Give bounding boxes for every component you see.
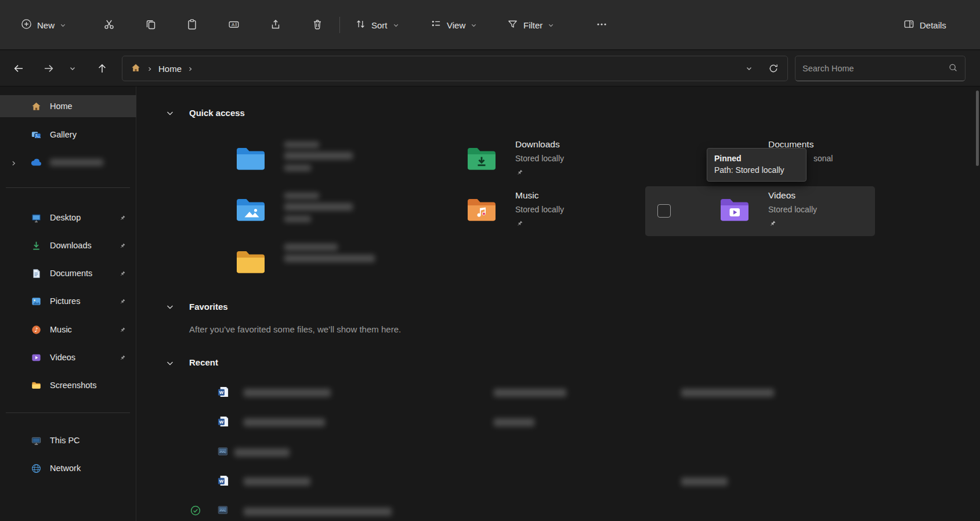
redacted-text	[244, 389, 331, 397]
recent-file-row[interactable]: W	[217, 475, 797, 489]
home-breadcrumb-icon	[131, 63, 141, 75]
collapse-chevron-icon[interactable]	[165, 108, 175, 118]
cut-button[interactable]	[96, 12, 122, 38]
tile-subtitle: Stored locally	[768, 205, 817, 214]
breadcrumb-home[interactable]: Home	[158, 64, 182, 74]
sort-button[interactable]: Sort	[348, 12, 406, 38]
chevron-right-icon[interactable]	[10, 159, 17, 168]
arrow-right-icon	[43, 63, 55, 74]
sidebar-item-gallery[interactable]: Gallery	[0, 124, 136, 146]
tooltip-title: Pinned	[714, 153, 799, 164]
share-icon	[270, 19, 281, 32]
back-button[interactable]	[6, 56, 31, 81]
filter-button[interactable]: Filter	[500, 12, 561, 38]
scrollbar-thumb[interactable]	[976, 91, 979, 166]
redacted-text	[244, 418, 325, 426]
recent-file-row[interactable]: W	[217, 415, 797, 429]
pin-icon	[119, 354, 126, 361]
scrollbar[interactable]	[976, 88, 979, 519]
pin-icon	[119, 270, 126, 277]
recent-file-row[interactable]	[217, 446, 797, 460]
chevron-down-icon	[746, 65, 753, 72]
copy-button[interactable]	[138, 12, 164, 38]
quick-access-tile[interactable]	[234, 194, 455, 239]
paste-icon	[186, 19, 198, 32]
sidebar-item-desktop[interactable]: Desktop	[0, 207, 136, 229]
sidebar-item-music[interactable]: ♪ Music	[0, 319, 136, 341]
collapse-chevron-icon[interactable]	[165, 302, 175, 312]
gallery-icon	[30, 129, 42, 140]
redacted-text	[50, 159, 103, 166]
new-button[interactable]: New	[14, 12, 73, 38]
delete-button[interactable]	[305, 12, 330, 38]
sidebar-item-label: This PC	[50, 436, 80, 445]
filter-button-label: Filter	[523, 20, 543, 30]
documents-icon	[30, 267, 42, 279]
svg-text:♪: ♪	[34, 326, 38, 333]
svg-text:A: A	[232, 22, 235, 27]
rename-button[interactable]: A	[221, 12, 247, 38]
redacted-text	[494, 418, 534, 426]
quick-access-tile-videos[interactable]: Videos Stored locally	[718, 194, 939, 239]
forward-button[interactable]	[36, 56, 62, 81]
details-button[interactable]: Details	[896, 12, 953, 38]
sidebar-item-pictures[interactable]: Pictures	[0, 290, 136, 312]
sidebar-item-documents[interactable]: Documents	[0, 262, 136, 284]
quick-access-tile-downloads[interactable]: Downloads Stored locally	[465, 143, 686, 188]
collapse-chevron-icon[interactable]	[165, 359, 175, 368]
onedrive-icon	[30, 157, 42, 168]
pin-icon	[119, 326, 126, 333]
pin-icon	[769, 219, 776, 227]
music-icon: ♪	[30, 324, 42, 335]
sidebar-item-label: Network	[50, 464, 81, 473]
sidebar-item-home[interactable]: Home	[0, 95, 136, 117]
redacted-text	[494, 389, 566, 397]
sort-button-label: Sort	[371, 20, 388, 30]
pictures-folder-icon	[234, 194, 267, 229]
details-button-label: Details	[920, 20, 946, 30]
videos-folder-icon	[718, 194, 751, 229]
sidebar-item-videos[interactable]: Videos	[0, 346, 136, 368]
sidebar-item-this-pc[interactable]: This PC	[0, 429, 136, 451]
search-input[interactable]	[802, 64, 948, 73]
redacted-text	[284, 165, 311, 171]
sidebar-divider	[6, 413, 130, 413]
section-title-recent[interactable]: Recent	[189, 357, 218, 367]
sidebar-item-label: Home	[50, 102, 73, 111]
view-button[interactable]: View	[424, 12, 484, 38]
tile-title: Videos	[768, 190, 795, 201]
share-button[interactable]	[263, 12, 288, 38]
section-title-quick-access[interactable]: Quick access	[189, 108, 245, 118]
tooltip: Pinned Path: Stored locally	[707, 148, 807, 182]
quick-access-tile[interactable]	[234, 246, 455, 291]
redacted-text	[244, 477, 310, 486]
up-button[interactable]	[89, 56, 115, 81]
recent-locations-button[interactable]	[62, 56, 83, 81]
details-pane-icon	[903, 19, 914, 31]
redacted-text	[284, 255, 375, 262]
recent-file-row[interactable]	[190, 504, 771, 518]
sidebar-item-label: Music	[50, 325, 72, 334]
word-file-icon: W	[217, 386, 229, 400]
address-dropdown-button[interactable]	[739, 59, 760, 78]
view-icon	[431, 19, 442, 31]
recent-file-row[interactable]: W	[217, 386, 797, 400]
sidebar-item-screenshots[interactable]: Screenshots	[0, 374, 136, 396]
address-bar[interactable]: Home	[122, 56, 788, 81]
quick-access-tile-music[interactable]: Music Stored locally	[465, 194, 686, 239]
sidebar-item-network[interactable]: Network	[0, 457, 136, 479]
refresh-button[interactable]	[763, 59, 784, 78]
sidebar-item-onedrive[interactable]	[0, 151, 136, 173]
quick-access-tile[interactable]	[234, 143, 455, 188]
search-icon[interactable]	[948, 63, 958, 75]
sidebar-item-downloads[interactable]: Downloads	[0, 234, 136, 256]
pin-icon	[516, 168, 523, 176]
sidebar-item-label: Downloads	[50, 241, 92, 250]
section-title-favorites[interactable]: Favorites	[189, 302, 228, 312]
paste-button[interactable]	[179, 12, 205, 38]
command-bar: New A Sort View Filter Details	[0, 0, 980, 50]
redacted-text	[234, 448, 290, 457]
tooltip-path: Path: Stored locally	[714, 164, 799, 176]
more-options-button[interactable]	[589, 12, 614, 38]
tile-title: Music	[515, 190, 538, 201]
